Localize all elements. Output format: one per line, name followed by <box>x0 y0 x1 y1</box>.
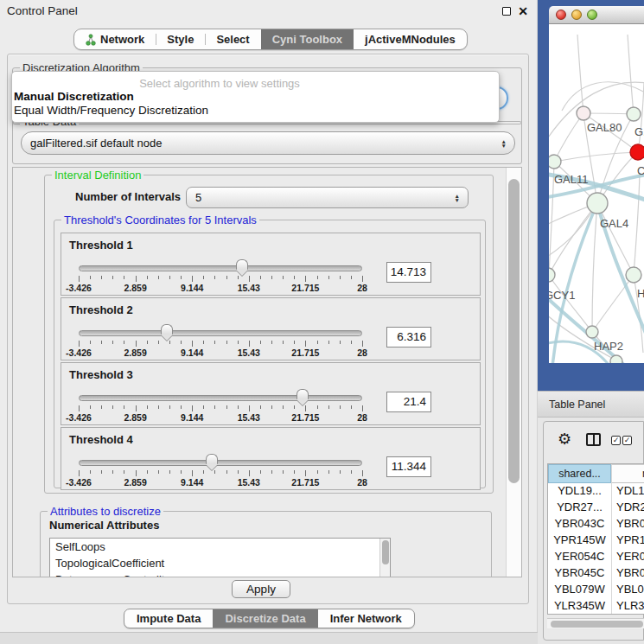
mac-zoom-icon[interactable] <box>587 10 597 20</box>
column-header-shared[interactable]: shared... <box>548 464 611 483</box>
checkbox-icon[interactable]: ✓ <box>622 436 632 445</box>
gear-icon[interactable]: ⚙ <box>558 430 571 449</box>
attributes-group-title: Attributes to discretize <box>48 505 163 518</box>
tab-label: jActiveMNodules <box>365 33 456 46</box>
threshold-value-field[interactable]: 11.344 <box>386 456 431 477</box>
network-node[interactable] <box>610 355 622 363</box>
tab-label: Select <box>216 33 249 46</box>
slider-track[interactable] <box>79 395 362 401</box>
bottom-tab-discretize-data[interactable]: Discretize Data <box>213 609 317 628</box>
cell-shared-name: YBR043C <box>548 517 611 530</box>
cell-name: YDR2 <box>616 501 644 513</box>
network-window-titlebar[interactable] <box>549 6 644 24</box>
network-edge <box>592 275 634 332</box>
network-edge <box>554 113 583 162</box>
slider-thumb[interactable] <box>296 389 309 399</box>
threshold-value-field[interactable]: 14.713 <box>386 262 431 283</box>
slider-scale-labels: -3.4262.8599.14415.4321.71528 <box>79 412 362 423</box>
network-node-gcy1[interactable] <box>549 268 555 282</box>
threshold-label: Threshold 3 <box>69 368 133 381</box>
node-label: H <box>637 287 644 300</box>
network-node-gal80[interactable] <box>577 106 590 120</box>
slider-ticks <box>79 405 362 412</box>
attribute-item[interactable]: BetweennessCentrality <box>50 571 390 577</box>
slider-ticks <box>79 276 362 283</box>
threshold-value-field[interactable]: 6.316 <box>386 327 431 348</box>
number-of-intervals-combobox[interactable]: 5 ▲▼ <box>186 187 469 208</box>
table-row[interactable]: YBR045CYBR0 <box>548 566 644 583</box>
apply-button[interactable]: Apply <box>232 580 290 598</box>
cell-name: YDL1 <box>616 484 644 497</box>
window-bottom-strip <box>0 632 538 644</box>
bottom-tab-impute-data[interactable]: Impute Data <box>124 609 213 628</box>
bottom-tab-infer-network[interactable]: Infer Network <box>318 609 414 628</box>
tab-network[interactable]: Network <box>74 29 156 49</box>
table-row[interactable]: YLR345WYLR3 <box>548 599 644 615</box>
network-canvas[interactable]: GAL80G.CGAL11GAL4GCY1HHAP2 <box>549 24 644 363</box>
list-scrollbar[interactable] <box>379 539 390 577</box>
table-row[interactable]: YBR043CYBR0 <box>548 517 644 533</box>
numerical-attributes-list[interactable]: SelfLoopsTopologicalCoefficientBetweenne… <box>49 538 391 577</box>
column-header-na[interactable]: na <box>612 464 644 483</box>
network-node-gal4[interactable] <box>587 193 608 214</box>
cell-shared-name: YBL079W <box>548 583 611 596</box>
mac-minimize-icon[interactable] <box>571 10 582 20</box>
table-row[interactable]: YDL19...YDL1 <box>548 484 644 501</box>
mac-close-icon[interactable] <box>556 10 566 20</box>
tab-label: Cyni Toolbox <box>272 33 342 46</box>
table-row[interactable]: YER054CYER0 <box>548 550 644 566</box>
dropdown-option-manual-discretization[interactable]: Manual Discretization <box>14 90 134 103</box>
table-row[interactable]: YBL079WYBL0 <box>548 583 644 599</box>
cell-name: YPR1 <box>616 533 644 546</box>
slider-thumb[interactable] <box>206 454 218 464</box>
slider-track[interactable] <box>79 460 362 466</box>
network-edge <box>577 35 583 113</box>
tab-select[interactable]: Select <box>205 29 260 49</box>
tab-cyni-toolbox[interactable]: Cyni Toolbox <box>261 29 354 49</box>
close-icon[interactable]: ✕ <box>518 6 528 16</box>
attributes-group: Attributes to discretize Numerical Attri… <box>40 511 492 577</box>
number-of-intervals-label: Number of Intervals <box>75 190 181 203</box>
slider-track[interactable] <box>79 330 362 336</box>
slider-track[interactable] <box>79 265 362 271</box>
dropdown-option-equal-width-frequency-discretization[interactable]: Equal Width/Frequency Discretization <box>14 104 208 117</box>
slider-thumb[interactable] <box>161 324 173 335</box>
network-node-h[interactable] <box>626 267 641 283</box>
table-hscrollbar-thumb[interactable] <box>551 621 643 628</box>
table-row[interactable]: YPR145WYPR1 <box>548 533 644 550</box>
network-node-g[interactable] <box>627 107 641 121</box>
tab-jactivemnodules[interactable]: jActiveMNodules <box>354 29 467 49</box>
table-row[interactable]: YDR27...YDR2 <box>548 501 644 517</box>
attribute-item[interactable]: SelfLoops <box>50 539 390 555</box>
threshold-panel-2: Threshold 2-3.4262.8599.14415.4321.71528… <box>61 297 481 360</box>
attribute-item[interactable]: TopologicalCoefficient <box>50 555 390 571</box>
table-hscrollbar[interactable] <box>547 618 644 628</box>
threshold-list: Threshold 1-3.4262.8599.14415.4321.71528… <box>54 220 485 488</box>
tab-style[interactable]: Style <box>156 29 205 49</box>
threshold-panel-1: Threshold 1-3.4262.8599.14415.4321.71528… <box>61 233 481 296</box>
float-window-icon[interactable] <box>502 7 511 16</box>
split-columns-icon[interactable] <box>586 433 601 446</box>
network-node-c[interactable] <box>630 144 644 160</box>
network-node-hap2[interactable] <box>586 326 598 338</box>
settings-scrollpane: Interval Definition Number of Intervals … <box>12 167 522 577</box>
stepper-arrows-icon: ▲▼ <box>501 138 507 148</box>
slider-scale-labels: -3.4262.8599.14415.4321.71528 <box>79 348 362 358</box>
table-header-row: shared...na <box>548 464 644 483</box>
settings-scrollbar-thumb[interactable] <box>508 179 520 483</box>
network-edge <box>592 203 597 332</box>
list-scrollbar-thumb[interactable] <box>382 540 389 564</box>
slider-thumb[interactable] <box>236 259 248 270</box>
settings-scrollbar[interactable] <box>506 168 521 577</box>
cell-shared-name: YER054C <box>548 550 611 563</box>
checkbox-icon[interactable]: ✓ <box>611 436 621 445</box>
node-label: C <box>637 164 644 177</box>
table-panel-body: ⚙ ✓ ✓ shared...na YDL19...YDL1YDR27...YD… <box>543 421 644 641</box>
table-data-combobox[interactable]: galFiltered.sif default node ▲▼ <box>21 131 515 155</box>
threshold-label: Threshold 1 <box>69 239 133 252</box>
node-table[interactable]: shared...na YDL19...YDL1YDR27...YDR2YBR0… <box>547 463 644 615</box>
thresholds-group: Threshold's Coordinates for 5 Intervals … <box>54 220 486 488</box>
threshold-value-field[interactable]: 21.4 <box>386 392 431 412</box>
network-node-gal11[interactable] <box>549 155 561 169</box>
node-label: HAP2 <box>594 340 623 353</box>
